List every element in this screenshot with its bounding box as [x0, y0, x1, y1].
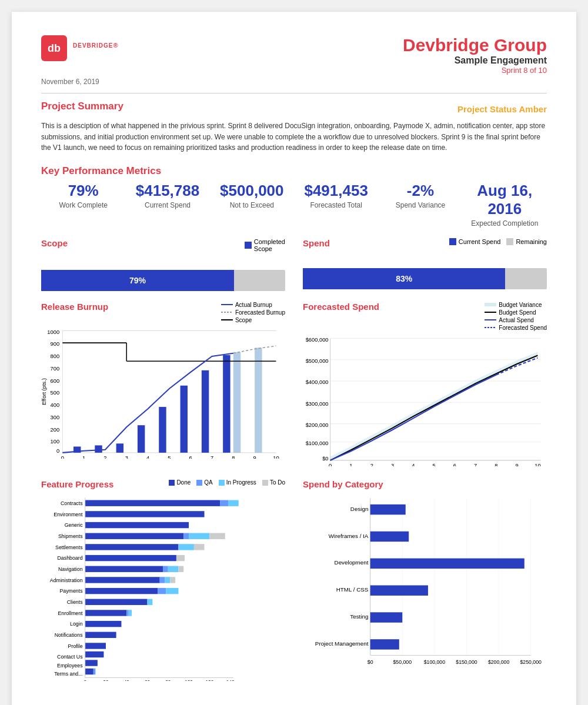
fspend-forecast-icon	[485, 325, 496, 330]
brand-name: DEVBRIDGE®	[73, 41, 119, 55]
brand-name-container: DEVBRIDGE®	[73, 41, 119, 56]
svg-rect-125	[166, 588, 178, 594]
svg-text:120: 120	[205, 679, 213, 681]
fp-legend: Done QA In Progress To Do	[169, 479, 285, 486]
svg-text:3: 3	[391, 463, 394, 466]
spend-bar-fill: 83%	[303, 268, 505, 289]
kpi-item: -2%Spend Variance	[378, 182, 462, 228]
charts-row-2: Feature Progress Done QA In Progress	[41, 479, 547, 683]
scope-bar-container: 79%	[41, 270, 285, 291]
project-summary-row: Project Summary Project Status Amber	[41, 101, 547, 117]
svg-text:Administration: Administration	[50, 577, 83, 583]
svg-text:500: 500	[51, 390, 60, 396]
svg-text:$100,000: $100,000	[424, 659, 446, 665]
svg-rect-137	[93, 669, 96, 674]
svg-text:300: 300	[51, 415, 60, 420]
svg-text:Dashboard: Dashboard	[58, 555, 83, 561]
svg-text:7: 7	[474, 463, 477, 466]
fspend-title: Forecasted Spend	[303, 302, 379, 312]
fp-qa-box	[196, 480, 202, 486]
fspend-legend-actual: Actual Spend	[485, 317, 547, 323]
fspend-legend-forecast: Forecasted Spend	[485, 325, 547, 331]
svg-text:5: 5	[168, 455, 171, 459]
kpi-item: Aug 16, 2016Expected Completion	[463, 182, 547, 228]
company-info: Devbridge Group Sample Engagement Sprint…	[403, 35, 547, 75]
feature-progress-section: Feature Progress Done QA In Progress	[41, 479, 285, 683]
kpi-value: $491,453	[294, 182, 378, 200]
logo-icon: db	[41, 35, 67, 61]
svg-text:2: 2	[370, 463, 373, 466]
svg-rect-129	[126, 610, 129, 616]
spend-title: Spend	[303, 238, 330, 248]
svg-rect-154	[370, 532, 409, 542]
svg-rect-156	[370, 585, 428, 595]
release-burnup-section: Release Burnup Actual Burnup Forecasted …	[41, 302, 285, 469]
spend-section: Spend Current Spend Remaining 83%	[303, 238, 547, 291]
svg-text:Development: Development	[335, 560, 369, 566]
fp-inprogress: In Progress	[219, 479, 256, 486]
svg-rect-134	[85, 651, 104, 657]
svg-text:0: 0	[83, 679, 86, 681]
scope-percent: 79%	[129, 276, 146, 285]
burnup-title: Release Burnup	[41, 302, 108, 312]
project-summary-title: Project Summary	[41, 101, 123, 112]
svg-text:Project Management: Project Management	[315, 640, 369, 647]
svg-text:Enrollment: Enrollment	[58, 610, 83, 616]
svg-rect-136	[85, 669, 93, 674]
svg-text:6: 6	[189, 455, 192, 459]
svg-rect-31	[95, 445, 102, 452]
svg-rect-36	[202, 370, 209, 453]
svg-text:2: 2	[103, 455, 106, 459]
forecasted-spend-section: Forecasted Spend Budget Variance Budget …	[303, 302, 547, 469]
feature-chart: Contracts Environment Generic Shipments …	[41, 492, 285, 681]
status-value: Amber	[519, 104, 547, 114]
burnup-legend: Actual Burnup Forecasted Burnup Scope	[221, 302, 285, 325]
spend-bar-container: 83%	[303, 268, 547, 289]
svg-rect-124	[158, 588, 166, 594]
burnup-header: Release Burnup Actual Burnup Forecasted …	[41, 302, 285, 325]
svg-rect-104	[85, 511, 205, 517]
spend-legend-remaining: Remaining	[506, 238, 547, 245]
burnup-legend-forecast: Forecasted Burnup	[221, 309, 285, 316]
svg-text:Payments: Payments	[59, 588, 83, 594]
scope-legend-label: CompletedScope	[254, 238, 285, 252]
scope-title: Scope	[41, 238, 68, 248]
spend-legend-remaining-box	[506, 238, 513, 245]
svg-rect-33	[138, 425, 145, 453]
svg-text:$50,000: $50,000	[393, 659, 412, 665]
kpi-item: $500,000Not to Exceed	[210, 182, 294, 228]
svg-rect-120	[160, 577, 165, 583]
svg-rect-133	[85, 643, 106, 649]
project-status: Project Status Amber	[457, 104, 547, 114]
svg-rect-121	[165, 577, 171, 583]
kpi-item: 79%Work Complete	[41, 182, 125, 228]
svg-rect-123	[85, 588, 158, 594]
svg-rect-158	[370, 639, 399, 649]
summary-text: This is a desciption of what happened in…	[41, 121, 547, 153]
svg-text:$200,000: $200,000	[488, 659, 510, 665]
svg-text:$0: $0	[322, 456, 328, 462]
svg-rect-115	[85, 566, 163, 572]
burnup-legend-actual: Actual Burnup	[221, 302, 285, 308]
fp-todo-box	[262, 480, 268, 486]
svg-rect-157	[370, 612, 403, 622]
svg-text:10: 10	[273, 455, 279, 459]
svg-text:0: 0	[329, 463, 332, 466]
svg-rect-106	[85, 533, 184, 539]
svg-rect-112	[194, 544, 205, 550]
svg-rect-118	[178, 566, 183, 572]
svg-text:Notifications: Notifications	[55, 632, 83, 638]
fspend-legend-budget: Budget Spend	[485, 309, 547, 316]
burnup-chart: 1000 900 800 700 600 500 400 300 200 100…	[41, 325, 285, 459]
svg-text:Design: Design	[350, 506, 369, 512]
burnup-legend-scope: Scope	[221, 317, 285, 323]
scope-legend-box	[245, 242, 252, 249]
svg-text:Employees: Employees	[57, 663, 83, 669]
svg-text:9: 9	[516, 463, 519, 466]
fspend-chart: $600,000 $500,000 $400,000 $300,000 $200…	[303, 332, 547, 466]
svg-rect-117	[168, 566, 179, 572]
spend-header: Spend Current Spend Remaining	[303, 238, 547, 250]
kpi-item: $491,453Forecasted Total	[294, 182, 378, 228]
engagement-name: Sample Engagement	[403, 55, 547, 66]
svg-rect-130	[129, 610, 132, 616]
